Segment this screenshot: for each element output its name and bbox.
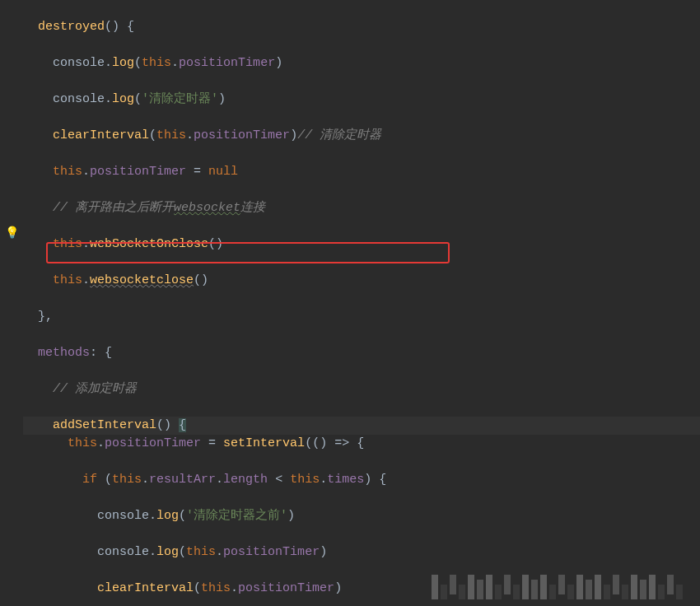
token: . [82, 165, 90, 179]
token: ) [290, 128, 297, 142]
token: () [194, 273, 208, 287]
token: ) [275, 56, 282, 70]
token: addSetInterval [53, 418, 156, 432]
code-line-highlighted[interactable]: addSetInterval() { [23, 417, 700, 435]
token: . [186, 128, 194, 142]
lightbulb-icon[interactable]: 💡 [5, 224, 19, 242]
gutter: 💡 [0, 0, 20, 606]
code-line[interactable]: methods: { [23, 344, 700, 362]
token: . [105, 92, 112, 106]
code-line[interactable]: this.positionTimer = setInterval(() => { [23, 435, 700, 453]
token: . [82, 237, 90, 251]
code-line[interactable]: destroyed() { [23, 18, 700, 36]
token: this [53, 165, 82, 179]
code-line[interactable]: console.log('清除定时器') [23, 91, 700, 109]
token: ) [218, 92, 226, 106]
token: times [327, 473, 364, 487]
token: () [156, 418, 179, 432]
token: ( [149, 128, 156, 142]
token: this [156, 128, 186, 142]
token: 连接 [240, 201, 265, 215]
token: console [53, 56, 105, 70]
token: '清除定时器' [142, 92, 218, 106]
token: length [223, 473, 268, 487]
token: this [53, 273, 82, 287]
token: positionTimer [90, 165, 186, 179]
code-area[interactable]: destroyed() { console.log(this.positionT… [7, 0, 700, 606]
token: null [208, 165, 238, 179]
token: // 离开路由之后断开 [53, 201, 174, 215]
indent [23, 473, 82, 487]
token: console [53, 92, 105, 106]
token: this [142, 56, 171, 70]
token: . [149, 545, 156, 559]
token: () { [105, 20, 134, 34]
token: resultArr [149, 473, 216, 487]
token: . [142, 473, 149, 487]
code-line[interactable]: // 离开路由之后断开websocket连接 [23, 199, 700, 217]
token: . [97, 436, 105, 450]
token: // 添加定时器 [53, 382, 137, 396]
token: ( [179, 509, 186, 523]
token: ( [179, 545, 186, 559]
token: '清除定时器之前' [186, 509, 287, 523]
code-line[interactable]: console.log(this.positionTimer) [23, 54, 700, 72]
indent [23, 56, 53, 70]
indent [23, 545, 97, 559]
indent [23, 92, 53, 106]
token: setInterval [223, 436, 305, 450]
token: ( [97, 473, 112, 487]
token: positionTimer [223, 545, 320, 559]
token: () [208, 237, 223, 251]
token: this [68, 436, 97, 450]
token: ) { [364, 473, 386, 487]
token: this [201, 581, 231, 595]
code-line[interactable]: }, [23, 308, 700, 326]
token: ) [287, 509, 295, 523]
token: . [216, 545, 223, 559]
token: clearInterval [53, 128, 149, 142]
token: this [53, 237, 82, 251]
code-line[interactable]: this.webSocketOnClose() [23, 235, 700, 254]
token: . [149, 509, 156, 523]
token: // 清除定时器 [297, 128, 381, 142]
indent [23, 346, 38, 360]
token: log [156, 545, 179, 559]
token: (() => { [305, 436, 364, 450]
token: clearInterval [97, 581, 194, 595]
token: this [290, 473, 320, 487]
indent [23, 310, 38, 324]
token: this [112, 473, 142, 487]
token: positionTimer [105, 436, 201, 450]
token: webSocketOnClose [90, 237, 208, 251]
token: websocketclose [90, 273, 194, 287]
token: . [171, 56, 179, 70]
token: { [179, 418, 186, 432]
token: positionTimer [179, 56, 275, 70]
code-line[interactable]: console.log(this.positionTimer) [23, 543, 700, 562]
code-line[interactable]: this.positionTimer = null [23, 163, 700, 181]
token: if [82, 473, 97, 487]
indent [23, 273, 53, 287]
indent [23, 436, 68, 450]
code-editor[interactable]: 💡 destroyed() { console.log(this.positio… [0, 0, 700, 606]
indent [23, 382, 53, 396]
code-line[interactable]: // 添加定时器 [23, 380, 700, 399]
code-line[interactable]: if (this.resultArr.length < this.times) … [23, 471, 700, 489]
token: < [268, 473, 290, 487]
token: log [112, 56, 134, 70]
code-line[interactable]: clearInterval(this.positionTimer)// 清除定时… [23, 127, 700, 145]
code-line[interactable]: console.log('清除定时器之前') [23, 507, 700, 525]
token: }, [38, 310, 53, 324]
code-line[interactable]: this.websocketclose() [23, 272, 700, 290]
token: = [186, 165, 208, 179]
token: . [82, 273, 90, 287]
token: . [216, 473, 223, 487]
token: this [186, 545, 216, 559]
pixelation-decor [432, 575, 695, 599]
indent [23, 509, 97, 523]
token: destroyed [38, 20, 105, 34]
token: = [201, 436, 223, 450]
token: websocket [174, 201, 240, 215]
token: ( [134, 92, 142, 106]
